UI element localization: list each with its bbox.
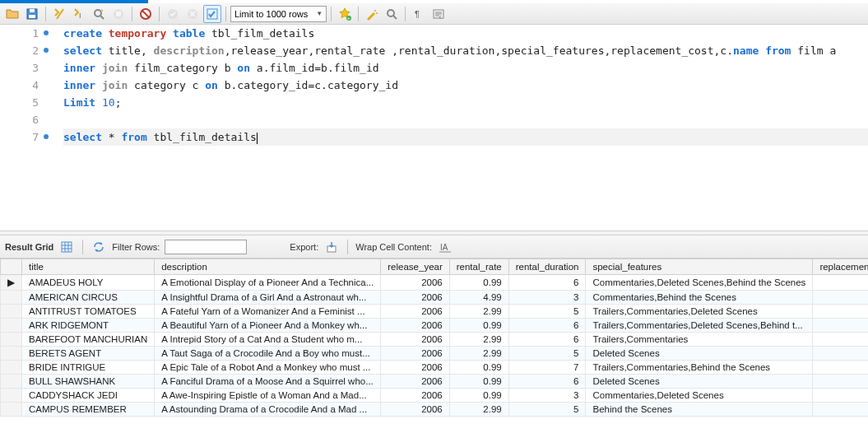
- cell[interactable]: Trailers,Commentaries,Behind the Scenes: [586, 361, 813, 375]
- cell[interactable]: Commentaries,Behind the Scenes: [586, 291, 813, 305]
- cell[interactable]: 25.99: [813, 319, 868, 333]
- table-row[interactable]: BRIDE INTRIGUEA Epic Tale of a Robot And…: [1, 361, 869, 375]
- row-header[interactable]: [1, 291, 22, 305]
- row-header[interactable]: [1, 319, 22, 333]
- sql-editor[interactable]: 1234567 create temporary table tbl_film_…: [0, 25, 868, 231]
- cell[interactable]: Trailers,Commentaries,Deleted Scenes: [586, 305, 813, 319]
- cell[interactable]: 2.99: [449, 333, 508, 347]
- cell[interactable]: 2006: [381, 403, 449, 417]
- cell[interactable]: Deleted Scenes: [586, 347, 813, 361]
- row-header[interactable]: [1, 375, 22, 389]
- filter-rows-input[interactable]: [165, 240, 247, 254]
- cell[interactable]: 21.99: [813, 375, 868, 389]
- row-header[interactable]: [1, 403, 22, 417]
- cell[interactable]: 0.99: [449, 275, 508, 291]
- cell[interactable]: 6: [508, 319, 586, 333]
- table-row[interactable]: BERETS AGENTA Taut Saga of a Crocodile A…: [1, 347, 869, 361]
- beautify-button[interactable]: [363, 5, 381, 23]
- cell[interactable]: 15.99: [813, 333, 868, 347]
- cell[interactable]: 11.99: [813, 305, 868, 319]
- cell[interactable]: Commentaries,Deleted Scenes: [586, 389, 813, 403]
- cell[interactable]: 2006: [381, 333, 449, 347]
- cell[interactable]: 17.99: [813, 291, 868, 305]
- cell[interactable]: 6: [508, 333, 586, 347]
- result-grid-table[interactable]: titledescriptionrelease_yearrental_rater…: [0, 259, 868, 417]
- cell[interactable]: 24.99: [813, 347, 868, 361]
- cell[interactable]: 5: [508, 305, 586, 319]
- code-line[interactable]: create temporary table tbl_film_details: [63, 25, 868, 42]
- cell[interactable]: 6: [508, 275, 586, 291]
- cell[interactable]: 2006: [381, 275, 449, 291]
- table-row[interactable]: BAREFOOT MANCHURIANA Intrepid Story of a…: [1, 333, 869, 347]
- code-line[interactable]: inner join film_category b on a.film_id=…: [63, 59, 868, 77]
- cell[interactable]: 2.99: [449, 403, 508, 417]
- result-grid-wrap[interactable]: titledescriptionrelease_yearrental_rater…: [0, 259, 868, 424]
- cell[interactable]: 17.99: [813, 389, 868, 403]
- open-file-button[interactable]: [3, 5, 21, 23]
- cell[interactable]: BAREFOOT MANCHURIAN: [22, 333, 155, 347]
- cell[interactable]: 2006: [381, 389, 449, 403]
- cell[interactable]: 4.99: [449, 291, 508, 305]
- cell[interactable]: 0.99: [449, 361, 508, 375]
- cell[interactable]: 2.99: [449, 347, 508, 361]
- cell[interactable]: ANTITRUST TOMATOES: [22, 305, 155, 319]
- table-row[interactable]: ARK RIDGEMONTA Beautiful Yarn of a Pione…: [1, 319, 869, 333]
- cell[interactable]: A Emotional Display of a Pioneer And a T…: [155, 275, 381, 291]
- table-row[interactable]: BULL SHAWSHANKA Fanciful Drama of a Moos…: [1, 375, 869, 389]
- cell[interactable]: 7: [508, 361, 586, 375]
- row-header[interactable]: [1, 305, 22, 319]
- cell[interactable]: A Intrepid Story of a Cat And a Student …: [155, 333, 381, 347]
- cell[interactable]: 0.99: [449, 319, 508, 333]
- table-row[interactable]: AMERICAN CIRCUSA Insightful Drama of a G…: [1, 291, 869, 305]
- favorite-button[interactable]: +: [336, 5, 354, 23]
- execute-button[interactable]: [50, 5, 68, 23]
- wrap-cell-button[interactable]: IA: [437, 239, 453, 255]
- cell[interactable]: 24.99: [813, 361, 868, 375]
- cell[interactable]: CADDYSHACK JEDI: [22, 389, 155, 403]
- column-header[interactable]: rental_duration: [508, 259, 586, 275]
- row-header[interactable]: [1, 389, 22, 403]
- table-row[interactable]: ▶AMADEUS HOLYA Emotional Display of a Pi…: [1, 275, 869, 291]
- cell[interactable]: 3: [508, 291, 586, 305]
- cell[interactable]: BERETS AGENT: [22, 347, 155, 361]
- cell[interactable]: AMADEUS HOLY: [22, 275, 155, 291]
- code-line[interactable]: Limit 10;: [63, 94, 868, 111]
- column-header[interactable]: replacement_cost: [813, 259, 868, 275]
- cell[interactable]: 2.99: [449, 305, 508, 319]
- explain-button[interactable]: [90, 5, 108, 23]
- code-line[interactable]: [63, 111, 868, 128]
- cell[interactable]: 6: [508, 375, 586, 389]
- cell[interactable]: A Awe-Inspiring Epistle of a Woman And a…: [155, 389, 381, 403]
- cell[interactable]: 0.99: [449, 389, 508, 403]
- stop-on-error-button[interactable]: [137, 5, 155, 23]
- cell[interactable]: 2006: [381, 319, 449, 333]
- cell[interactable]: 2006: [381, 361, 449, 375]
- cell[interactable]: BULL SHAWSHANK: [22, 375, 155, 389]
- cell[interactable]: 5: [508, 403, 586, 417]
- result-grid-icon[interactable]: [58, 239, 75, 255]
- cell[interactable]: ARK RIDGEMONT: [22, 319, 155, 333]
- table-row[interactable]: CAMPUS REMEMBERA Astounding Drama of a C…: [1, 403, 869, 417]
- row-header[interactable]: [1, 347, 22, 361]
- cell[interactable]: 3: [508, 389, 586, 403]
- cell[interactable]: Commentaries,Deleted Scenes,Behind the S…: [586, 275, 813, 291]
- code-line[interactable]: inner join category c on b.category_id=c…: [63, 77, 868, 94]
- cell[interactable]: 0.99: [449, 375, 508, 389]
- cell[interactable]: 2006: [381, 347, 449, 361]
- autocommit-button[interactable]: [203, 5, 221, 23]
- save-button[interactable]: [23, 5, 41, 23]
- row-header[interactable]: [1, 361, 22, 375]
- cell[interactable]: A Astounding Drama of a Crocodile And a …: [155, 403, 381, 417]
- cell[interactable]: A Epic Tale of a Robot And a Monkey who …: [155, 361, 381, 375]
- cell[interactable]: A Fateful Yarn of a Womanizer And a Femi…: [155, 305, 381, 319]
- cell[interactable]: 5: [508, 347, 586, 361]
- cell[interactable]: A Fanciful Drama of a Moose And a Squirr…: [155, 375, 381, 389]
- execute-current-button[interactable]: I: [70, 5, 88, 23]
- column-header[interactable]: description: [155, 259, 381, 275]
- cell[interactable]: Trailers,Commentaries: [586, 333, 813, 347]
- cell[interactable]: Trailers,Commentaries,Deleted Scenes,Beh…: [586, 319, 813, 333]
- find-button[interactable]: [383, 5, 401, 23]
- column-header[interactable]: special_features: [586, 259, 813, 275]
- cell[interactable]: AMERICAN CIRCUS: [22, 291, 155, 305]
- table-row[interactable]: ANTITRUST TOMATOESA Fateful Yarn of a Wo…: [1, 305, 869, 319]
